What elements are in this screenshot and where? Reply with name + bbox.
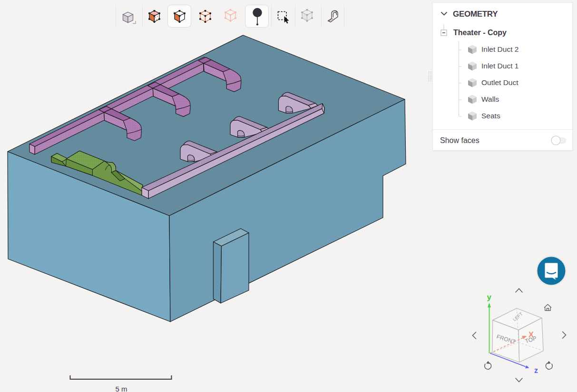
svg-text:z: z bbox=[534, 366, 538, 374]
svg-text:y: y bbox=[487, 293, 492, 302]
